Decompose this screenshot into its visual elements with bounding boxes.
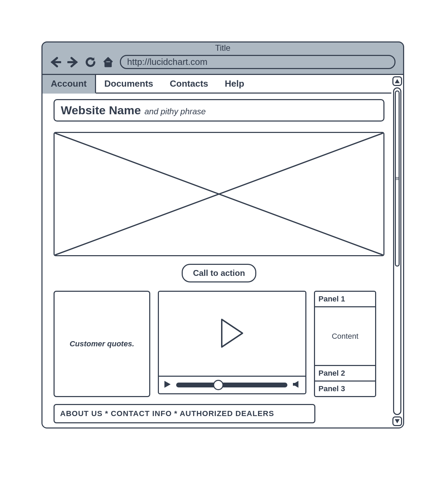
browser-toolbar: http://lucidchart.com bbox=[42, 53, 403, 74]
scroll-up-icon[interactable] bbox=[392, 76, 402, 86]
tab-help[interactable]: Help bbox=[217, 75, 252, 93]
scroll-track[interactable] bbox=[393, 87, 401, 415]
play-small-icon[interactable] bbox=[164, 380, 171, 390]
tab-account[interactable]: Account bbox=[42, 75, 96, 94]
site-name: Website Name bbox=[61, 104, 141, 117]
play-icon[interactable] bbox=[218, 318, 246, 350]
viewport: Account Documents Contacts Help Website … bbox=[42, 75, 391, 427]
scroll-down-icon[interactable] bbox=[392, 416, 402, 426]
accordion: Panel 1 Content Panel 2 Panel 3 bbox=[314, 291, 376, 397]
browser-title: Title bbox=[42, 42, 403, 53]
video-player[interactable] bbox=[158, 291, 306, 394]
customer-quotes: Customer quotes. bbox=[54, 291, 150, 397]
footer-links[interactable]: ABOUT US * CONTACT INFO * AUTHORIZED DEA… bbox=[54, 404, 315, 423]
nav-tabs: Account Documents Contacts Help bbox=[42, 75, 391, 94]
video-screen[interactable] bbox=[159, 292, 305, 376]
tab-documents[interactable]: Documents bbox=[96, 75, 162, 93]
panel-1-content: Content bbox=[315, 307, 375, 366]
site-tagline: and pithy phrase bbox=[144, 107, 206, 116]
video-seek-track[interactable] bbox=[176, 383, 287, 387]
hero-image-placeholder bbox=[54, 132, 384, 256]
panel-3-header[interactable]: Panel 3 bbox=[315, 382, 375, 396]
url-bar[interactable]: http://lucidchart.com bbox=[120, 55, 395, 69]
scrollbar[interactable] bbox=[391, 75, 403, 427]
scroll-thumb[interactable] bbox=[395, 90, 400, 267]
video-seek-knob[interactable] bbox=[213, 380, 223, 390]
panel-1-header[interactable]: Panel 1 bbox=[315, 292, 375, 307]
cta-button[interactable]: Call to action bbox=[182, 264, 257, 282]
reload-icon[interactable] bbox=[85, 56, 96, 68]
browser-window: Title http://lucidchart.com Account Docu… bbox=[41, 41, 404, 429]
volume-icon[interactable] bbox=[292, 380, 301, 390]
panel-2-header[interactable]: Panel 2 bbox=[315, 366, 375, 382]
back-icon[interactable] bbox=[50, 57, 61, 68]
video-controls bbox=[159, 376, 305, 393]
tab-contacts[interactable]: Contacts bbox=[162, 75, 217, 93]
home-icon[interactable] bbox=[103, 57, 114, 68]
forward-icon[interactable] bbox=[67, 57, 78, 68]
site-name-box: Website Name and pithy phrase bbox=[54, 99, 384, 122]
